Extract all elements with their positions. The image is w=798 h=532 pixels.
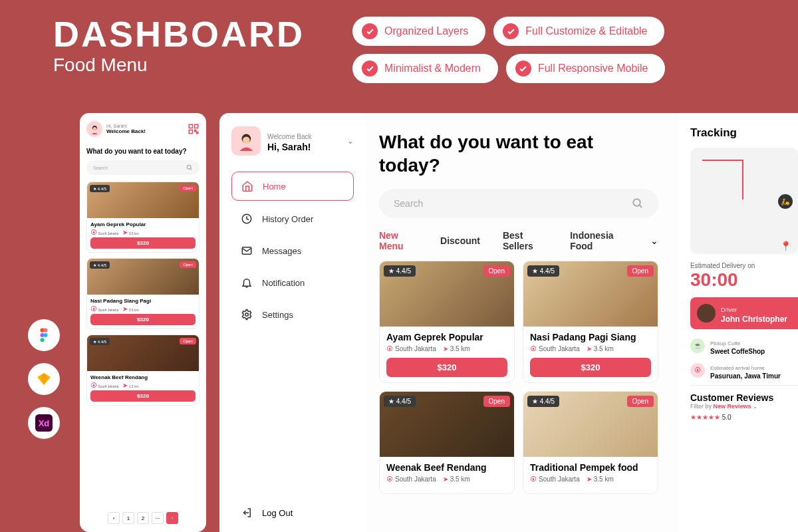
tab-best-sellers[interactable]: Best Sellers (503, 230, 547, 251)
tracking-title: Tracking (690, 126, 798, 140)
bell-icon (241, 277, 253, 289)
pager-prev[interactable]: ‹ (108, 512, 120, 524)
driver-avatar (697, 304, 716, 323)
xd-icon: Xd (28, 407, 60, 439)
status-badge: Open (483, 265, 510, 277)
mail-icon (241, 245, 253, 257)
feature-pill: Full Responsive Mobile (506, 54, 665, 83)
rating-badge: ★ 4.4/5 (90, 185, 110, 192)
clock-icon (241, 213, 253, 225)
main-heading: What do you want to eat today? (379, 130, 658, 177)
price-button[interactable]: $320 (90, 314, 196, 325)
gear-icon (241, 309, 253, 321)
eta-time: 30:00 (690, 269, 798, 291)
food-card[interactable]: ★ 4.4/5Open Weenak Beef Rendang⦿South Ja… (379, 391, 515, 494)
eta-label: Estimated Delivery on (690, 262, 798, 269)
tab-discount[interactable]: Discount (440, 235, 480, 246)
mobile-prompt: What do you want to eat today? (86, 148, 200, 155)
pager-dots: ··· (152, 512, 164, 524)
price-button[interactable]: $320 (90, 237, 196, 249)
svg-rect-15 (197, 132, 198, 134)
svg-rect-14 (195, 130, 196, 132)
pickup-stop: ☕Pickup CoffeSweet CoffeShop (690, 336, 798, 355)
pager-2[interactable]: 2 (137, 512, 149, 524)
food-card[interactable]: ★ 4.4/5Open Weenak Beef Rendang⦿ South J… (86, 334, 200, 406)
check-icon (503, 23, 519, 39)
feature-pill: Organized Layers (352, 17, 485, 46)
chevron-down-icon[interactable]: ⌄ (650, 235, 658, 246)
feature-pills: Organized Layers Full Customize & Editab… (352, 17, 745, 83)
status-badge: Open (180, 185, 196, 192)
svg-point-22 (245, 313, 249, 317)
food-card[interactable]: ★ 4.4/5Open Nasi Padang Siang Pagi⦿ Sout… (86, 258, 200, 329)
svg-point-19 (243, 136, 250, 144)
logout-button[interactable]: Log Out (231, 488, 354, 519)
tracking-map[interactable]: 🛵 📍 (690, 148, 798, 254)
sidebar-item-history[interactable]: History Order (231, 205, 354, 233)
search-icon (632, 198, 644, 209)
chevron-down-icon: ⌄ (347, 136, 354, 146)
logout-icon (241, 507, 253, 519)
svg-point-3 (43, 333, 47, 337)
reviews-title: Customer Reviews (690, 392, 798, 403)
pager-1[interactable]: 1 (122, 512, 134, 524)
price-button[interactable]: $320 (90, 390, 196, 402)
driver-card[interactable]: DriverJohn Christopher (690, 297, 798, 329)
bike-icon: 🛵 (778, 194, 793, 209)
sidebar-item-settings[interactable]: Settings (231, 301, 354, 329)
avatar (86, 121, 102, 137)
sketch-icon (28, 363, 60, 395)
tab-indonesia[interactable]: Indonesia Food (570, 230, 628, 251)
avatar (231, 126, 261, 156)
review-stars: ★★★★★ 5.0 (690, 414, 798, 421)
svg-rect-12 (195, 124, 198, 128)
search-input[interactable]: Search (379, 189, 658, 218)
price-button[interactable]: $320 (386, 358, 507, 377)
svg-rect-13 (189, 130, 192, 134)
check-icon (362, 61, 378, 76)
mobile-preview: Hi, Sarah!Welcome Back! What do you want… (80, 113, 206, 532)
profile-selector[interactable]: Welcome BackHi, Sarah! ⌄ (231, 126, 354, 156)
pager-next[interactable]: › (166, 512, 178, 524)
svg-point-24 (633, 199, 640, 206)
svg-text:Xd: Xd (39, 418, 50, 428)
check-icon (362, 23, 378, 39)
svg-point-4 (41, 338, 45, 342)
reviews-filter[interactable]: Filter by New Reviews ⌄ (690, 403, 798, 410)
food-card[interactable]: ★ 4.4/5Open Ayam Geprek Popular⦿ South J… (86, 182, 200, 253)
tab-new-menu[interactable]: New Menu (379, 230, 418, 251)
rating-badge: ★ 4.4/5 (384, 265, 416, 277)
svg-line-25 (639, 205, 642, 207)
search-icon (186, 164, 193, 171)
sidebar-item-messages[interactable]: Messages (231, 237, 354, 265)
svg-line-17 (190, 168, 192, 170)
food-card[interactable]: ★ 4.4/5Open Ayam Geprek Popular⦿South Ja… (379, 261, 515, 383)
svg-point-10 (92, 127, 96, 130)
food-card[interactable]: ★ 4.4/5Open Nasi Padang Pagi Siang⦿South… (523, 261, 658, 383)
destination-stop: ⦿Estimated arrival homePasuruan, Jawa Ti… (690, 360, 798, 380)
sidebar-item-notification[interactable]: Notification (231, 269, 354, 297)
coffee-icon: ☕ (690, 338, 705, 353)
feature-pill: Full Customize & Editable (493, 17, 664, 46)
svg-rect-11 (189, 124, 192, 128)
price-button[interactable]: $320 (530, 358, 651, 377)
search-input[interactable]: Search (86, 160, 200, 175)
pin-icon: 📍 (780, 241, 791, 251)
home-icon (241, 180, 253, 192)
check-icon (515, 61, 531, 76)
desktop-preview: Welcome BackHi, Sarah! ⌄ Home History Or… (219, 113, 798, 532)
svg-point-16 (187, 165, 191, 169)
feature-pill: Minimalist & Modern (352, 54, 498, 83)
sidebar-item-home[interactable]: Home (231, 172, 354, 201)
figma-icon (28, 319, 60, 351)
pin-icon: ⦿ (690, 363, 705, 378)
qr-icon[interactable] (188, 123, 200, 135)
food-card[interactable]: ★ 4.4/5Open Traditional Pempek food⦿Sout… (523, 391, 658, 494)
svg-point-1 (43, 329, 47, 332)
